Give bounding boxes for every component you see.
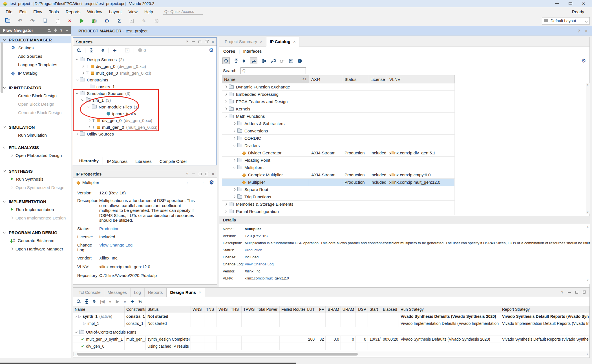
window-maximize-icon[interactable] [569,2,572,5]
run-row-out-of-context[interactable]: Out-of-Context Module Runs [73,329,589,336]
subtab-cores[interactable]: Cores [223,49,235,54]
tree-row-sim-1[interactable]: sim_1(3) [73,97,217,103]
sidebar-item-ip-catalog[interactable]: IP Catalog [0,69,71,77]
sidebar-item-run-synthesis[interactable]: Run Synthesis [0,175,71,183]
scrollbar-thumb[interactable] [1,42,3,93]
close-icon[interactable]: × [211,40,214,44]
subtab-interfaces[interactable]: Interfaces [243,49,262,54]
open-project-icon[interactable] [5,18,11,24]
close-icon[interactable]: × [260,39,262,44]
tab-tcl-console[interactable]: Tcl Console [75,288,104,297]
scrollbar-thumb[interactable] [77,353,358,356]
help-icon[interactable]: ? [578,28,580,33]
tree-row-sim-div-gen-0[interactable]: div_gen_0(div_gen_0.xci) [73,117,217,124]
run-row-synth-1[interactable]: ▷synth_1(active) constrs_1 Not started V… [73,313,589,320]
tree-row-ipcore-test-v[interactable]: ipcore_test.v [73,110,217,117]
float-icon[interactable] [205,41,208,43]
minimize-icon[interactable] [192,41,195,42]
menu-window[interactable]: Window [84,9,105,14]
report-icon[interactable] [42,18,48,24]
catalog-row[interactable]: Floating Point [222,157,455,164]
sidebar-item-run-simulation[interactable]: Run Simulation [0,131,71,139]
run-row-div-gen-0[interactable]: ✓div_gen_0 Using cached IP results [73,343,589,350]
tab-design-runs[interactable]: Design Runs× [166,288,205,297]
ip-catalog-header-row[interactable]: Name∧1 AXI4 Status License VLNV [222,75,455,83]
section-simulation[interactable]: SIMULATION [0,123,71,131]
minimize-icon[interactable] [192,174,195,174]
filter-icon[interactable] [250,57,257,64]
tree-row-constraints[interactable]: Constraints [73,76,217,83]
tab-compile-order[interactable]: Compile Order [156,158,191,165]
search-icon[interactable] [76,299,81,303]
section-project-manager[interactable]: PROJECT MANAGER [0,36,71,43]
menu-flow[interactable]: Flow [30,9,46,14]
create-run-icon[interactable]: + [131,298,134,304]
sum-report-icon[interactable]: Σ [116,18,122,24]
gear-icon[interactable]: ⚙ [104,18,110,24]
hierarchy-icon[interactable] [262,59,266,63]
catalog-row[interactable]: Multipliers [222,164,455,171]
float-icon[interactable] [205,173,208,175]
gear-icon[interactable]: ⚙ [209,48,217,53]
menu-file[interactable]: File [2,9,16,14]
tab-reports[interactable]: Reports [145,288,167,297]
catalog-row[interactable]: Embedded Processing [222,91,455,98]
catalog-row[interactable]: Memories & Storage Elements [222,201,455,208]
tab-messages[interactable]: Messages [104,288,131,297]
window-minimize-icon[interactable] [555,3,559,4]
change-log-link[interactable]: View Change Log [99,243,196,252]
catalog-row[interactable]: Dynamic Function eXchange [222,83,455,91]
section-synthesis[interactable]: SYNTHESIS [0,167,71,175]
catalog-row[interactable]: Square Root [222,186,455,193]
tree-row-sim-mult-gen-0[interactable]: mult_gen_0(mult_gen_0.xci) [73,124,217,130]
menu-view[interactable]: View [125,9,141,14]
quick-access-search[interactable]: Q- Quick Access [163,9,203,15]
expand-all-icon[interactable] [242,59,245,63]
maximize-icon[interactable] [575,291,578,294]
sidebar-item-open-elaborated-design[interactable]: Open Elaborated Design [0,151,71,159]
tree-row-utility-sources[interactable]: Utility Sources [73,130,217,137]
help-icon[interactable]: ? [186,40,188,44]
sidebar-item-run-implementation[interactable]: Run Implementation [0,205,71,214]
search-icon[interactable] [222,57,230,64]
minimize-icon[interactable] [568,292,571,293]
details-status-link[interactable]: Production [245,248,590,252]
menu-layout[interactable]: Layout [106,9,125,14]
design-runs-header-row[interactable]: Name Constraints Status WNS TNS WHS THS … [73,306,589,313]
reset-runs-icon[interactable]: × [67,18,73,24]
sidebar-item-generate-bitstream[interactable]: 0110Generate Bitstream [0,236,71,245]
sidebar-item-settings[interactable]: ⚙Settings [0,43,71,52]
catalog-row-divider-generator[interactable]: Divider GeneratorAXI4-StreamProductionIn… [222,149,455,157]
gear-icon[interactable]: ⚙ [581,58,586,63]
tree-row-design-sources[interactable]: Design Sources(2) [73,56,217,63]
tree-row-simulation-sources[interactable]: Simulation Sources(3) [73,90,217,97]
horizontal-scrollbar[interactable]: ‹ › [73,352,589,356]
tab-project-summary[interactable]: Project Summary× [221,37,266,46]
section-ip-integrator[interactable]: IP INTEGRATOR [0,84,71,91]
details-change-log-link[interactable]: View Change Log [245,262,590,266]
help-icon[interactable]: ? [60,28,63,32]
run-row-impl-1[interactable]: ▷impl_1 constrs_1 Not started Vivado Imp… [73,320,589,327]
gear-icon[interactable]: ⚙ [209,180,214,185]
sidebar-item-add-sources[interactable]: Add Sources [0,52,71,60]
details-scrollbar[interactable]: ∧ ∨ [586,225,590,282]
generate-bitstream-icon[interactable]: 0110 [91,18,98,24]
menu-tools[interactable]: Tools [46,9,62,14]
run-icon[interactable] [79,18,85,24]
catalog-row[interactable]: Partial Reconfiguration [222,208,455,215]
help-icon[interactable]: ? [186,172,188,176]
run-row-mult-gen-0-synth-1[interactable]: ✓mult_gen_0_synth_1 mult_gen_0 synth_des… [73,336,589,343]
tree-row-constrs-1[interactable]: constrs_1 [73,83,217,90]
close-icon[interactable]: × [293,39,296,44]
tab-ip-sources[interactable]: IP Sources [103,158,131,165]
collapse-all-icon[interactable] [235,59,238,63]
close-icon[interactable]: × [585,28,587,33]
collapse-all-icon[interactable] [90,48,93,52]
tab-libraries[interactable]: Libraries [131,158,156,165]
float-icon[interactable] [583,291,586,294]
close-icon[interactable]: × [212,172,214,176]
tree-row-mult-gen-0[interactable]: mult_gen_0(mult_gen_0.xci) [73,70,217,76]
catalog-row[interactable]: Kernels [222,105,455,113]
search-input[interactable]: Q- [240,67,306,74]
sidebar-item-open-hardware-manager[interactable]: Open Hardware Manager [0,245,71,253]
